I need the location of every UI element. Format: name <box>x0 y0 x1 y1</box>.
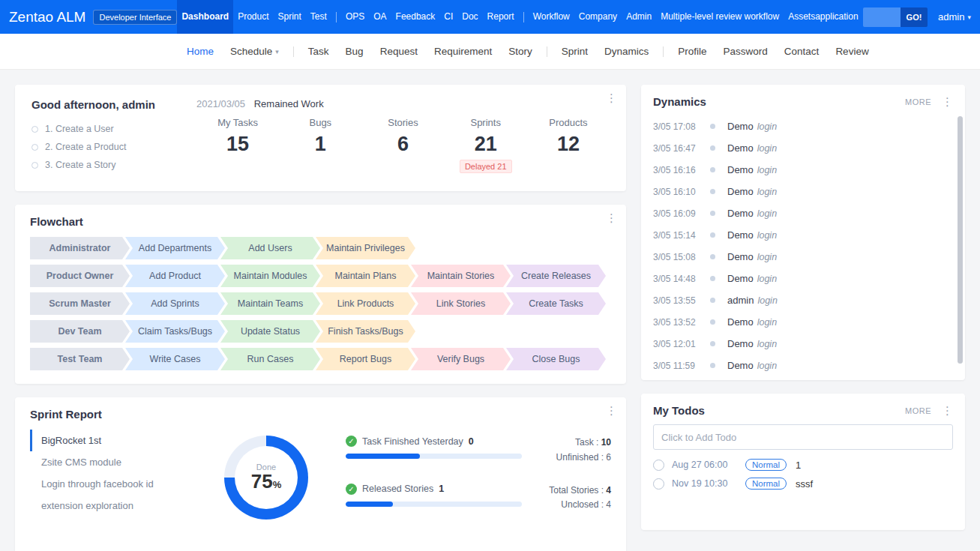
metric-side-stats: Total Stories : 4Unclosed : 4 <box>549 484 611 514</box>
flowchart-step-add-departments[interactable]: Add Departments <box>125 237 225 259</box>
subnav-item-dynamics[interactable]: Dynamics <box>596 34 657 70</box>
flowchart-step-maintain-teams[interactable]: Maintain Teams <box>220 292 320 315</box>
topnav-item-admin[interactable]: Admin <box>622 0 656 34</box>
app-logo[interactable]: Zentao ALM <box>9 9 85 25</box>
sprint-list-item-login-through-facebook-id[interactable]: Login through facebook id <box>30 473 206 495</box>
priority-badge[interactable]: Normal <box>745 478 787 490</box>
subnav-item-review[interactable]: Review <box>827 34 877 70</box>
flowchart-step-create-tasks[interactable]: Create Tasks <box>506 292 606 315</box>
topnav-item-doc[interactable]: Doc <box>457 0 482 34</box>
user-menu[interactable]: admin ▾ <box>938 11 971 22</box>
flowchart-step-administrator[interactable]: Administrator <box>30 237 130 259</box>
flowchart-step-verify-bugs[interactable]: Verify Bugs <box>411 348 511 370</box>
flowchart-step-scrum-master[interactable]: Scrum Master <box>30 292 130 315</box>
flowchart-step-report-bugs[interactable]: Report Bugs <box>316 348 415 370</box>
topnav-item-report[interactable]: Report <box>483 0 519 34</box>
subnav-item-bug[interactable]: Bug <box>337 34 372 70</box>
flowchart-step-write-cases[interactable]: Write Cases <box>125 348 225 370</box>
flowchart-step-dev-team[interactable]: Dev Team <box>30 320 130 343</box>
flowchart-step-maintain-privileges[interactable]: Maintain Privileges <box>316 237 415 259</box>
topnav-item-dashboard[interactable]: Dashboard <box>177 0 233 34</box>
dynamics-item[interactable]: 3/05 16:47Demologin <box>653 137 953 159</box>
topnav-item-ops[interactable]: OPS <box>341 0 369 34</box>
stat-value[interactable]: 1 <box>279 133 361 156</box>
priority-badge[interactable]: Normal <box>745 459 787 471</box>
stat-value[interactable]: 21 <box>445 133 527 156</box>
flowchart-step-product-owner[interactable]: Product Owner <box>30 265 130 287</box>
todo-checkbox[interactable] <box>653 478 664 490</box>
flowchart-step-create-releases[interactable]: Create Releases <box>506 265 606 287</box>
subnav-item-home[interactable]: Home <box>178 34 222 70</box>
search-input[interactable] <box>863 7 901 27</box>
topnav-item-company[interactable]: Company <box>574 0 622 34</box>
subnav-item-profile[interactable]: Profile <box>670 34 715 70</box>
flowchart-step-maintain-stories[interactable]: Maintain Stories <box>411 265 511 287</box>
subnav-item-password[interactable]: Password <box>715 34 776 70</box>
flowchart-step-test-team[interactable]: Test Team <box>30 348 130 370</box>
checklist-item[interactable]: 3. Create a Story <box>31 156 190 174</box>
kebab-menu-icon[interactable]: ⋮ <box>606 405 617 416</box>
subnav-item-contact[interactable]: Contact <box>776 34 828 70</box>
sprint-list-item-bigrocket-1st[interactable]: BigRocket 1st <box>30 430 206 451</box>
dynamics-item[interactable]: 3/05 13:52Demologin <box>653 311 953 333</box>
subnav-item-requirement[interactable]: Requirement <box>426 34 500 70</box>
stat-value[interactable]: 12 <box>527 133 610 156</box>
checklist-item[interactable]: 2. Create a Product <box>31 138 190 156</box>
sprint-list-item-extension-exploration[interactable]: extension exploration <box>30 495 206 517</box>
dynamics-item[interactable]: 3/05 11:59Demologout <box>653 376 953 380</box>
kebab-menu-icon[interactable]: ⋮ <box>606 92 617 103</box>
subnav-item-sprint[interactable]: Sprint <box>553 34 596 70</box>
topnav-item-multiple-level-review-workflow[interactable]: Multiple-level review workflow <box>656 0 784 34</box>
flowchart-step-add-sprints[interactable]: Add Sprints <box>125 292 225 315</box>
topnav-item-workflow[interactable]: Workflow <box>529 0 574 34</box>
go-button[interactable]: GO! <box>901 7 928 27</box>
dynamics-item[interactable]: 3/05 11:59Demologin <box>653 355 953 376</box>
dynamics-item[interactable]: 3/05 16:10Demologin <box>653 181 953 202</box>
topnav-item-assetsapplication[interactable]: Assetsapplication <box>784 0 862 34</box>
dynamics-item[interactable]: 3/05 15:08Demologin <box>653 246 953 268</box>
kebab-menu-icon[interactable]: ⋮ <box>942 405 953 416</box>
subnav-item-request[interactable]: Request <box>372 34 426 70</box>
developer-interface-chip[interactable]: Developer Interface <box>93 10 177 25</box>
topnav-item-oa[interactable]: OA <box>369 0 391 34</box>
kebab-menu-icon[interactable]: ⋮ <box>606 212 617 223</box>
sprint-list-item-zsite-cms-module[interactable]: Zsite CMS module <box>30 451 206 473</box>
topnav-item-product[interactable]: Product <box>233 0 273 34</box>
flowchart-step-add-product[interactable]: Add Product <box>125 265 225 287</box>
kebab-menu-icon[interactable]: ⋮ <box>942 96 953 107</box>
flowchart-step-add-users[interactable]: Add Users <box>220 237 320 259</box>
dynamics-time: 3/05 15:14 <box>653 230 703 241</box>
dynamics-item[interactable]: 3/05 12:01Demologin <box>653 333 953 355</box>
dynamics-item[interactable]: 3/05 14:48Demologin <box>653 268 953 289</box>
flowchart-step-claim-tasks-bugs[interactable]: Claim Tasks/Bugs <box>125 320 225 343</box>
stat-value[interactable]: 15 <box>196 133 279 156</box>
subnav-item-story[interactable]: Story <box>500 34 541 70</box>
dynamics-item[interactable]: 3/05 16:16Demologin <box>653 159 953 181</box>
flowchart-step-link-stories[interactable]: Link Stories <box>411 292 511 315</box>
dynamics-item[interactable]: 3/05 15:14Demologin <box>653 224 953 246</box>
checklist-item[interactable]: 1. Create a User <box>31 120 190 138</box>
stat-value[interactable]: 6 <box>361 133 444 156</box>
flowchart-step-finish-tasks-bugs[interactable]: Finish Tasks/Bugs <box>316 320 415 343</box>
dynamics-item[interactable]: 3/05 13:55adminlogin <box>653 289 953 311</box>
more-link[interactable]: MORE <box>905 97 931 106</box>
flowchart-step-maintain-modules[interactable]: Maintain Modules <box>220 265 320 287</box>
todo-checkbox[interactable] <box>653 460 664 471</box>
dynamics-item[interactable]: 3/05 17:08Demologin <box>653 115 953 137</box>
topnav-item-test[interactable]: Test <box>306 0 331 34</box>
flowchart-step-maintain-plans[interactable]: Maintain Plans <box>316 265 415 287</box>
topnav-item-ci[interactable]: CI <box>439 0 457 34</box>
dynamics-item[interactable]: 3/05 16:09Demologin <box>653 202 953 224</box>
flowchart-step-close-bugs[interactable]: Close Bugs <box>506 348 606 370</box>
scrollbar-thumb[interactable] <box>958 116 963 364</box>
flowchart-step-link-products[interactable]: Link Products <box>316 292 415 315</box>
flowchart-step-update-status[interactable]: Update Status <box>220 320 320 343</box>
topnav-item-sprint[interactable]: Sprint <box>274 0 306 34</box>
flowchart-step-run-cases[interactable]: Run Cases <box>220 348 320 370</box>
subnav-item-task[interactable]: Task <box>300 34 337 70</box>
subnav-item-schedule[interactable]: Schedule▾ <box>222 34 287 70</box>
sprint-list: BigRocket 1stZsite CMS moduleLogin throu… <box>30 430 206 517</box>
more-link[interactable]: MORE <box>905 406 931 415</box>
add-todo-input[interactable] <box>653 424 953 450</box>
topnav-item-feedback[interactable]: Feedback <box>391 0 440 34</box>
